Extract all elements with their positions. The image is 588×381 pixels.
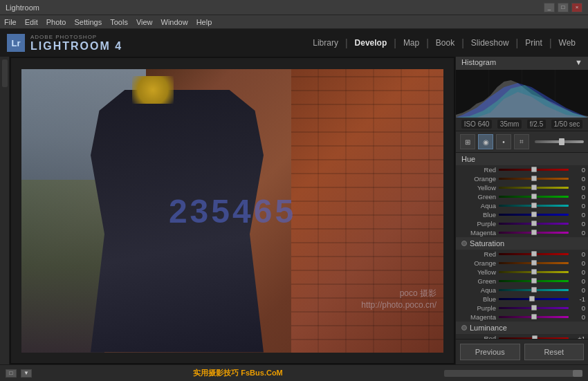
- module-library[interactable]: Library: [307, 35, 344, 50]
- module-web[interactable]: Web: [553, 35, 581, 50]
- aperture-info: f/2.5: [527, 120, 546, 129]
- hue-green-track[interactable]: [499, 196, 569, 198]
- tool-strip: ⊞ ◉ • ⌗: [456, 131, 588, 153]
- hue-header[interactable]: Hue: [456, 153, 588, 165]
- maximize-button[interactable]: □: [558, 3, 569, 12]
- hue-aqua-track[interactable]: [499, 205, 569, 207]
- right-buttons: Previous Reset: [456, 339, 588, 364]
- sat-orange-thumb[interactable]: [531, 260, 537, 266]
- luminance-header[interactable]: Luminance: [456, 322, 588, 334]
- module-print[interactable]: Print: [520, 35, 548, 50]
- module-map[interactable]: Map: [398, 35, 425, 50]
- previous-button[interactable]: Previous: [460, 344, 520, 360]
- sat-blue-thumb[interactable]: [529, 296, 535, 301]
- histogram-expand-icon[interactable]: ▼: [575, 58, 582, 66]
- module-develop[interactable]: Develop: [349, 35, 393, 50]
- lum-red-thumb[interactable]: [532, 335, 538, 339]
- svg-rect-8: [456, 68, 588, 70]
- sat-yellow-thumb[interactable]: [531, 269, 537, 275]
- menu-help[interactable]: Help: [196, 18, 212, 26]
- menu-settings[interactable]: Settings: [74, 18, 102, 26]
- saturation-label: Saturation: [470, 239, 504, 248]
- sat-magenta-track[interactable]: [499, 316, 569, 318]
- grid-tool[interactable]: ⊞: [460, 134, 475, 149]
- lum-red-track[interactable]: [499, 337, 569, 339]
- menu-file[interactable]: File: [4, 18, 17, 26]
- module-slideshow[interactable]: Slideshow: [466, 35, 515, 50]
- minimize-button[interactable]: _: [544, 3, 555, 12]
- hue-aqua-thumb[interactable]: [531, 203, 537, 208]
- hue-blue-value: 0: [571, 211, 585, 219]
- histogram-label: Histogram: [461, 58, 496, 66]
- lr-title-block: ADOBE PHOTOSHOP LIGHTROOM 4: [30, 34, 122, 53]
- titlebar-title: Lightroom: [6, 3, 39, 12]
- hue-orange-value: 0: [571, 175, 585, 183]
- lr-logo: Lr ADOBE PHOTOSHOP LIGHTROOM 4: [7, 34, 122, 53]
- sat-red-thumb[interactable]: [531, 251, 537, 257]
- hue-green-thumb[interactable]: [531, 194, 537, 199]
- bottom-strip: □ ▼ 实用摄影技巧 FsBus.CoM: [0, 364, 588, 381]
- dot-tool[interactable]: •: [496, 134, 511, 149]
- hue-red-track[interactable]: [499, 169, 569, 171]
- hue-magenta-track[interactable]: [499, 232, 569, 234]
- app-title: Lightroom: [6, 3, 39, 12]
- lr-badge: Lr: [7, 34, 25, 52]
- hue-yellow-track[interactable]: [499, 187, 569, 189]
- hue-yellow-label: Yellow: [464, 184, 496, 192]
- sat-aqua-thumb[interactable]: [531, 287, 537, 292]
- hue-red-label: Red: [464, 166, 496, 174]
- circle-tool[interactable]: ◉: [478, 134, 493, 149]
- hue-red-thumb[interactable]: [531, 167, 537, 172]
- hue-yellow-thumb[interactable]: [531, 185, 537, 190]
- sat-red-track[interactable]: [499, 253, 569, 255]
- sat-yellow-track[interactable]: [499, 271, 569, 273]
- menu-window[interactable]: Window: [161, 18, 188, 26]
- bottom-scroll-thumb[interactable]: [573, 370, 582, 377]
- left-panel: [0, 57, 10, 364]
- sat-green-track[interactable]: [499, 280, 569, 282]
- hue-purple-thumb[interactable]: [531, 221, 537, 226]
- saturation-header[interactable]: Saturation: [456, 237, 588, 250]
- menu-edit[interactable]: Edit: [25, 18, 38, 26]
- hue-orange-thumb[interactable]: [531, 176, 537, 181]
- hue-blue-thumb[interactable]: [531, 212, 537, 217]
- hue-purple-track[interactable]: [499, 223, 569, 225]
- sat-orange-track[interactable]: [499, 262, 569, 264]
- photo-flowers: [132, 76, 174, 104]
- hue-blue-track[interactable]: [499, 214, 569, 216]
- lum-red-row: Red +1: [456, 334, 588, 339]
- sat-yellow-value: 0: [571, 268, 585, 276]
- menu-tools[interactable]: Tools: [110, 18, 128, 26]
- bottom-icon-2[interactable]: ▼: [21, 369, 32, 378]
- hue-orange-track[interactable]: [499, 178, 569, 180]
- sat-aqua-track[interactable]: [499, 289, 569, 291]
- sat-blue-row: Blue -1: [456, 295, 588, 304]
- module-book[interactable]: Book: [430, 35, 460, 50]
- tool-slider[interactable]: [535, 140, 584, 143]
- left-panel-toggle[interactable]: [2, 59, 8, 87]
- bottom-scrollbar[interactable]: [444, 370, 582, 377]
- menubar: File Edit Photo Settings Tools View Wind…: [0, 15, 588, 29]
- sat-purple-thumb[interactable]: [531, 305, 537, 310]
- hue-green-value: 0: [571, 193, 585, 201]
- bottom-icon-1[interactable]: □: [6, 369, 17, 378]
- hue-magenta-thumb[interactable]: [531, 230, 537, 235]
- menu-photo[interactable]: Photo: [46, 18, 66, 26]
- sat-magenta-thumb[interactable]: [531, 314, 537, 319]
- sat-aqua-value: 0: [571, 286, 585, 294]
- navbar: Lr ADOBE PHOTOSHOP LIGHTROOM 4 Library |…: [0, 29, 588, 57]
- right-scroll[interactable]: Hue Red 0 Orange 0 Yellow: [456, 153, 588, 339]
- right-panel: Histogram ▼: [455, 57, 588, 364]
- saturation-dot: [461, 241, 467, 246]
- histogram-header[interactable]: Histogram ▼: [456, 57, 588, 68]
- sat-green-thumb[interactable]: [531, 278, 537, 284]
- menu-view[interactable]: View: [136, 18, 153, 26]
- close-button[interactable]: ×: [571, 3, 582, 12]
- module-sep-3: |: [426, 37, 429, 48]
- focal-info: 35mm: [497, 120, 522, 129]
- sat-blue-track[interactable]: [499, 298, 569, 300]
- window-controls[interactable]: _ □ ×: [544, 3, 582, 12]
- reset-button[interactable]: Reset: [524, 344, 585, 360]
- sat-purple-track[interactable]: [499, 307, 569, 309]
- crop-tool[interactable]: ⌗: [514, 134, 529, 149]
